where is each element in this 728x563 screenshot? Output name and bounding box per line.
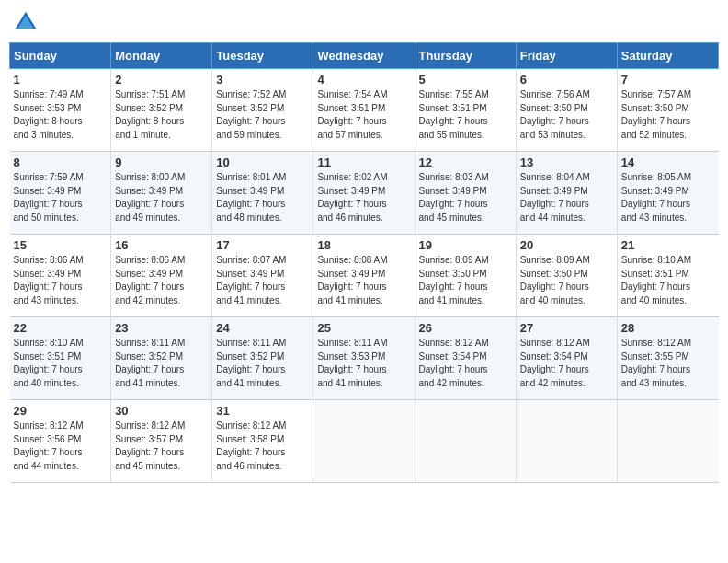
day-info: Sunrise: 7:59 AMSunset: 3:49 PMDaylight:… [14, 171, 108, 224]
calendar-week: 1Sunrise: 7:49 AMSunset: 3:53 PMDaylight… [10, 69, 719, 152]
day-number: 11 [317, 155, 410, 169]
day-number: 9 [115, 155, 208, 169]
calendar-cell: 7Sunrise: 7:57 AMSunset: 3:50 PMDaylight… [617, 69, 718, 152]
day-number: 21 [621, 238, 715, 252]
day-number: 13 [520, 155, 613, 169]
day-number: 4 [317, 73, 410, 86]
day-info: Sunrise: 8:09 AMSunset: 3:50 PMDaylight:… [419, 254, 512, 307]
day-number: 24 [216, 321, 309, 335]
day-number: 30 [115, 404, 208, 418]
header-day: Friday [516, 43, 617, 69]
calendar-cell: 27Sunrise: 8:12 AMSunset: 3:54 PMDayligh… [516, 317, 617, 400]
day-number: 8 [14, 155, 108, 169]
day-number: 20 [520, 238, 613, 252]
day-info: Sunrise: 8:09 AMSunset: 3:50 PMDaylight:… [520, 254, 613, 307]
day-info: Sunrise: 8:04 AMSunset: 3:49 PMDaylight:… [520, 171, 613, 224]
logo [13, 9, 42, 35]
day-number: 22 [14, 321, 108, 335]
day-number: 6 [520, 73, 613, 86]
day-info: Sunrise: 8:12 AMSunset: 3:54 PMDaylight:… [419, 337, 512, 390]
day-info: Sunrise: 7:57 AMSunset: 3:50 PMDaylight:… [621, 88, 715, 142]
calendar-cell: 20Sunrise: 8:09 AMSunset: 3:50 PMDayligh… [516, 235, 617, 317]
day-number: 27 [520, 321, 613, 335]
day-info: Sunrise: 8:05 AMSunset: 3:49 PMDaylight:… [621, 171, 715, 224]
day-info: Sunrise: 8:06 AMSunset: 3:49 PMDaylight:… [14, 254, 108, 307]
day-info: Sunrise: 8:06 AMSunset: 3:49 PMDaylight:… [115, 254, 208, 307]
day-info: Sunrise: 8:12 AMSunset: 3:54 PMDaylight:… [520, 337, 613, 390]
day-info: Sunrise: 8:10 AMSunset: 3:51 PMDaylight:… [621, 254, 715, 307]
calendar-cell: 12Sunrise: 8:03 AMSunset: 3:49 PMDayligh… [415, 152, 516, 235]
calendar-week: 15Sunrise: 8:06 AMSunset: 3:49 PMDayligh… [10, 235, 719, 317]
calendar-cell: 6Sunrise: 7:56 AMSunset: 3:50 PMDaylight… [516, 69, 617, 152]
calendar-cell: 5Sunrise: 7:55 AMSunset: 3:51 PMDaylight… [415, 69, 516, 152]
day-number: 12 [419, 155, 512, 169]
calendar-cell: 3Sunrise: 7:52 AMSunset: 3:52 PMDaylight… [212, 69, 313, 152]
day-info: Sunrise: 7:52 AMSunset: 3:52 PMDaylight:… [216, 88, 309, 142]
day-info: Sunrise: 8:11 AMSunset: 3:52 PMDaylight:… [216, 337, 309, 390]
calendar-cell [415, 400, 516, 483]
calendar-week: 29Sunrise: 8:12 AMSunset: 3:56 PMDayligh… [10, 400, 719, 483]
calendar-cell: 21Sunrise: 8:10 AMSunset: 3:51 PMDayligh… [617, 235, 718, 317]
header-row: SundayMondayTuesdayWednesdayThursdayFrid… [10, 43, 719, 69]
day-info: Sunrise: 8:02 AMSunset: 3:49 PMDaylight:… [317, 171, 410, 224]
day-number: 23 [115, 321, 208, 335]
day-info: Sunrise: 8:03 AMSunset: 3:49 PMDaylight:… [419, 171, 512, 224]
calendar-cell: 17Sunrise: 8:07 AMSunset: 3:49 PMDayligh… [212, 235, 313, 317]
day-number: 2 [115, 73, 208, 86]
day-number: 25 [317, 321, 410, 335]
day-number: 28 [621, 321, 715, 335]
calendar-cell: 16Sunrise: 8:06 AMSunset: 3:49 PMDayligh… [111, 235, 212, 317]
calendar-cell: 25Sunrise: 8:11 AMSunset: 3:53 PMDayligh… [313, 317, 415, 400]
day-number: 10 [216, 155, 309, 169]
day-info: Sunrise: 8:11 AMSunset: 3:52 PMDaylight:… [115, 337, 208, 390]
day-info: Sunrise: 8:12 AMSunset: 3:57 PMDaylight:… [115, 419, 208, 473]
calendar-cell: 13Sunrise: 8:04 AMSunset: 3:49 PMDayligh… [516, 152, 617, 235]
day-number: 29 [14, 404, 108, 418]
day-info: Sunrise: 8:11 AMSunset: 3:53 PMDaylight:… [317, 337, 410, 390]
calendar-table: SundayMondayTuesdayWednesdayThursdayFrid… [9, 42, 719, 483]
calendar-cell: 24Sunrise: 8:11 AMSunset: 3:52 PMDayligh… [212, 317, 313, 400]
day-info: Sunrise: 8:12 AMSunset: 3:56 PMDaylight:… [14, 419, 108, 473]
day-info: Sunrise: 7:49 AMSunset: 3:53 PMDaylight:… [14, 88, 108, 142]
day-info: Sunrise: 7:56 AMSunset: 3:50 PMDaylight:… [520, 88, 613, 142]
header-day: Thursday [415, 43, 516, 69]
header [9, 9, 719, 35]
day-info: Sunrise: 8:12 AMSunset: 3:58 PMDaylight:… [216, 419, 309, 473]
day-info: Sunrise: 7:51 AMSunset: 3:52 PMDaylight:… [115, 88, 208, 142]
calendar-cell: 26Sunrise: 8:12 AMSunset: 3:54 PMDayligh… [415, 317, 516, 400]
header-day: Monday [111, 43, 212, 69]
calendar-week: 8Sunrise: 7:59 AMSunset: 3:49 PMDaylight… [10, 152, 719, 235]
calendar-week: 22Sunrise: 8:10 AMSunset: 3:51 PMDayligh… [10, 317, 719, 400]
day-number: 7 [621, 73, 715, 86]
day-number: 5 [419, 73, 512, 86]
day-number: 15 [14, 238, 108, 252]
calendar-cell: 15Sunrise: 8:06 AMSunset: 3:49 PMDayligh… [10, 235, 111, 317]
day-info: Sunrise: 8:12 AMSunset: 3:55 PMDaylight:… [621, 337, 715, 390]
calendar-cell: 8Sunrise: 7:59 AMSunset: 3:49 PMDaylight… [10, 152, 111, 235]
day-info: Sunrise: 8:07 AMSunset: 3:49 PMDaylight:… [216, 254, 309, 307]
calendar-cell: 1Sunrise: 7:49 AMSunset: 3:53 PMDaylight… [10, 69, 111, 152]
calendar-cell: 22Sunrise: 8:10 AMSunset: 3:51 PMDayligh… [10, 317, 111, 400]
day-number: 3 [216, 73, 309, 86]
header-day: Wednesday [313, 43, 415, 69]
calendar-cell [516, 400, 617, 483]
calendar-cell: 29Sunrise: 8:12 AMSunset: 3:56 PMDayligh… [10, 400, 111, 483]
header-day: Sunday [10, 43, 111, 69]
day-number: 1 [14, 73, 108, 86]
day-info: Sunrise: 7:55 AMSunset: 3:51 PMDaylight:… [419, 88, 512, 142]
day-number: 26 [419, 321, 512, 335]
calendar-cell: 2Sunrise: 7:51 AMSunset: 3:52 PMDaylight… [111, 69, 212, 152]
calendar-cell: 9Sunrise: 8:00 AMSunset: 3:49 PMDaylight… [111, 152, 212, 235]
calendar-cell: 28Sunrise: 8:12 AMSunset: 3:55 PMDayligh… [617, 317, 718, 400]
header-day: Tuesday [212, 43, 313, 69]
calendar-cell: 31Sunrise: 8:12 AMSunset: 3:58 PMDayligh… [212, 400, 313, 483]
calendar-cell: 10Sunrise: 8:01 AMSunset: 3:49 PMDayligh… [212, 152, 313, 235]
day-info: Sunrise: 8:08 AMSunset: 3:49 PMDaylight:… [317, 254, 410, 307]
calendar-cell [313, 400, 415, 483]
day-number: 14 [621, 155, 715, 169]
day-info: Sunrise: 7:54 AMSunset: 3:51 PMDaylight:… [317, 88, 410, 142]
calendar-cell: 14Sunrise: 8:05 AMSunset: 3:49 PMDayligh… [617, 152, 718, 235]
calendar-cell: 23Sunrise: 8:11 AMSunset: 3:52 PMDayligh… [111, 317, 212, 400]
day-number: 17 [216, 238, 309, 252]
calendar-cell: 19Sunrise: 8:09 AMSunset: 3:50 PMDayligh… [415, 235, 516, 317]
